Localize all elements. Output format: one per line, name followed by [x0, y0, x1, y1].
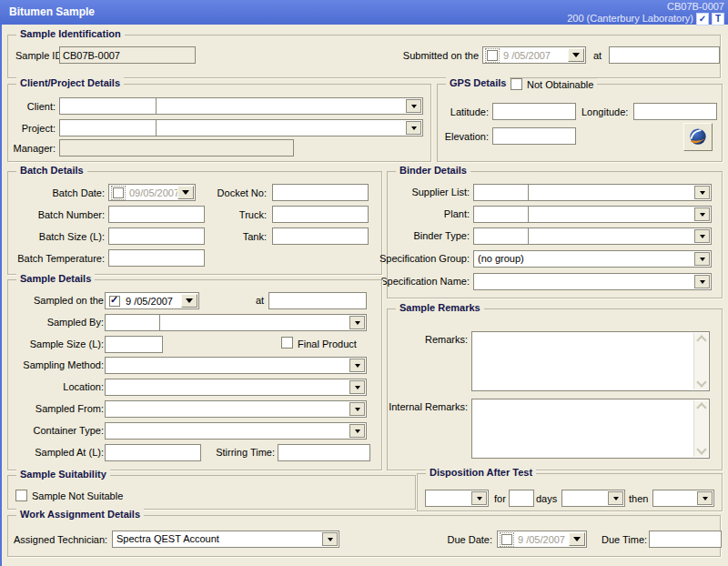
- batch-date-dropdown-icon[interactable]: [177, 186, 194, 199]
- scroll-down-icon[interactable]: [696, 444, 706, 454]
- project-combo[interactable]: [156, 119, 423, 136]
- for-label: for: [494, 493, 506, 504]
- remarks-scrollbar[interactable]: [693, 333, 708, 389]
- binder-type-dropdown-icon[interactable]: [694, 229, 710, 243]
- final-product-checkbox[interactable]: [281, 337, 293, 349]
- scroll-down-icon[interactable]: [696, 377, 706, 387]
- client-dropdown-icon[interactable]: [406, 99, 421, 113]
- disposition-dropdown-icon[interactable]: [471, 491, 487, 505]
- sampled-by-dropdown-icon[interactable]: [349, 316, 365, 329]
- location-combo[interactable]: [105, 379, 367, 396]
- batch-temperature-field[interactable]: [108, 249, 205, 267]
- client-code-field[interactable]: [59, 97, 157, 115]
- sampled-by-code-field[interactable]: [105, 314, 161, 331]
- due-time-field[interactable]: [649, 531, 722, 548]
- sampled-at-volume-label: Sampled At (L):: [35, 447, 104, 458]
- remarks-textarea[interactable]: [471, 331, 710, 391]
- sample-suitability-legend: Sample Suitability: [16, 469, 110, 480]
- disposition-then-dropdown-icon[interactable]: [697, 491, 713, 505]
- sampled-date-picker[interactable]: 9 /05/2007: [105, 292, 199, 309]
- internal-remarks-textarea[interactable]: [471, 399, 710, 459]
- location-dropdown-icon[interactable]: [349, 380, 365, 394]
- sample-not-suitable-checkbox[interactable]: [15, 490, 27, 501]
- submitted-date-checkbox[interactable]: [487, 50, 498, 61]
- batch-number-field[interactable]: [108, 206, 205, 223]
- batch-size-field[interactable]: [108, 227, 205, 245]
- sampling-method-combo[interactable]: [105, 357, 367, 374]
- plant-code-field[interactable]: [473, 206, 530, 223]
- disposition-combo[interactable]: [425, 490, 489, 507]
- plant-combo[interactable]: [528, 206, 712, 223]
- project-code-field[interactable]: [59, 119, 157, 136]
- disposition-then-combo[interactable]: [652, 490, 714, 507]
- sampling-method-dropdown-icon[interactable]: [349, 359, 365, 372]
- disposition-days-field[interactable]: [509, 490, 534, 507]
- disposition-period-dropdown-icon[interactable]: [608, 491, 623, 505]
- sampled-time-field[interactable]: [268, 292, 367, 309]
- assigned-technician-dropdown-icon[interactable]: [322, 532, 338, 546]
- batch-details-legend: Batch Details: [16, 165, 87, 176]
- container-type-dropdown-icon[interactable]: [349, 424, 365, 438]
- docket-no-label: Docket No:: [217, 187, 267, 198]
- project-dropdown-icon[interactable]: [406, 121, 421, 135]
- sampled-at-volume-field[interactable]: [105, 444, 201, 461]
- container-type-combo[interactable]: [105, 422, 367, 440]
- supplier-list-label: Supplier List:: [411, 187, 470, 197]
- sampled-from-label: Sampled From:: [35, 403, 104, 414]
- title-bar: Bitumen Sample CB07B-0007 200 (Canterbur…: [0, 0, 728, 25]
- supplier-code-field[interactable]: [473, 184, 530, 201]
- assigned-technician-combo[interactable]: Spectra QEST Account: [112, 531, 339, 548]
- binder-type-code-field[interactable]: [473, 227, 530, 245]
- not-obtainable-checkbox[interactable]: [511, 78, 522, 90]
- batch-date-value: 09/05/2007: [129, 187, 179, 198]
- disposition-legend: Disposition After Test: [426, 467, 536, 478]
- sample-size-field[interactable]: [105, 336, 163, 353]
- text-tool-icon[interactable]: T: [712, 13, 724, 25]
- stirring-time-field[interactable]: [278, 444, 370, 461]
- internal-remarks-input[interactable]: [472, 399, 693, 458]
- binder-type-combo[interactable]: [528, 227, 712, 245]
- manager-label: Manager:: [14, 143, 56, 154]
- sample-details-group: Sample Details Sampled on the 9 /05/2007…: [7, 279, 382, 470]
- internal-remarks-scrollbar[interactable]: [693, 400, 708, 457]
- sampled-from-dropdown-icon[interactable]: [349, 402, 365, 416]
- client-combo[interactable]: [156, 97, 423, 115]
- supplier-dropdown-icon[interactable]: [694, 186, 710, 199]
- due-date-picker[interactable]: 9 /05/2007: [497, 531, 587, 548]
- sampled-date-dropdown-icon[interactable]: [181, 294, 197, 308]
- latitude-field[interactable]: [492, 103, 576, 120]
- tank-field[interactable]: [272, 227, 369, 245]
- batch-date-picker[interactable]: 09/05/2007: [108, 184, 196, 201]
- longitude-field[interactable]: [633, 103, 717, 120]
- sample-identification-group: Sample Identification Sample ID: Submitt…: [7, 35, 721, 78]
- sampled-from-combo[interactable]: [105, 400, 367, 418]
- specification-group-combo[interactable]: (no group): [473, 250, 712, 268]
- check-icon[interactable]: ✓: [696, 13, 709, 25]
- docket-no-field[interactable]: [272, 184, 369, 201]
- due-date-dropdown-icon[interactable]: [569, 532, 585, 546]
- binder-type-label: Binder Type:: [413, 230, 470, 241]
- truck-field[interactable]: [272, 206, 369, 223]
- disposition-period-combo[interactable]: [561, 490, 625, 507]
- manager-field[interactable]: [59, 139, 294, 157]
- specification-name-combo[interactable]: [473, 273, 712, 290]
- sample-id-field[interactable]: [59, 46, 196, 64]
- sampled-date-checkbox[interactable]: [109, 296, 120, 307]
- plant-dropdown-icon[interactable]: [694, 207, 710, 221]
- map-globe-button[interactable]: [683, 123, 713, 151]
- scroll-up-icon[interactable]: [696, 335, 706, 345]
- assigned-technician-label: Assigned Technician:: [14, 534, 107, 545]
- client-label: Client:: [27, 101, 56, 112]
- specification-group-dropdown-icon[interactable]: [694, 252, 710, 266]
- remarks-input[interactable]: [472, 332, 693, 390]
- due-date-checkbox[interactable]: [501, 534, 512, 545]
- elevation-field[interactable]: [492, 127, 576, 145]
- submitted-date-picker[interactable]: 9 /05/2007: [482, 46, 586, 64]
- submitted-date-dropdown-icon[interactable]: [568, 48, 584, 62]
- batch-date-checkbox[interactable]: [113, 187, 124, 198]
- supplier-combo[interactable]: [528, 184, 712, 201]
- submitted-time-field[interactable]: [609, 46, 720, 64]
- specification-name-dropdown-icon[interactable]: [694, 275, 710, 288]
- scroll-up-icon[interactable]: [696, 402, 706, 412]
- sampled-by-combo[interactable]: [159, 314, 367, 331]
